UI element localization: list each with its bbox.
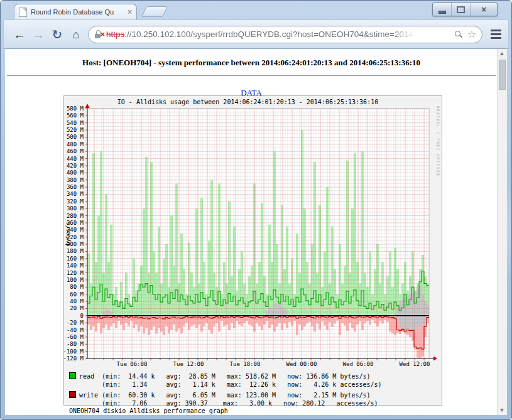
omnibox-icons: ☆ <box>454 30 476 40</box>
url-scheme: https <box>106 30 124 39</box>
minimize-icon <box>438 11 446 14</box>
reload-button[interactable]: ↻ <box>48 21 67 48</box>
maximize-button[interactable] <box>452 3 471 16</box>
svg-text:360 M: 360 M <box>67 184 84 190</box>
menu-bar <box>491 33 501 35</box>
svg-text:160 M: 160 M <box>67 256 84 262</box>
svg-text:440 M: 440 M <box>67 156 84 162</box>
browser-window: Round Robin Database Qu × × ← → ↻ ⌂ × ht… <box>0 0 512 420</box>
legend-row-read-bytes: read (min: 14.44 k avg: 28.85 M max: 518… <box>69 372 382 380</box>
svg-text:20 M: 20 M <box>70 305 84 311</box>
horizontal-rule <box>7 75 496 77</box>
svg-text:400 M: 400 M <box>67 170 84 176</box>
insecure-x-icon: × <box>100 30 105 38</box>
page-content: Host: [ONEOH704] - system performance be… <box>5 48 507 415</box>
svg-text:bytes/s: bytes/s <box>65 222 71 245</box>
svg-text:100 M: 100 M <box>67 277 84 283</box>
svg-text:-40 M: -40 M <box>67 327 84 333</box>
svg-text:460 M: 460 M <box>67 148 84 154</box>
graph-legend: read (min: 14.44 k avg: 28.85 M max: 518… <box>69 372 382 415</box>
vertical-scrollbar[interactable] <box>497 49 507 415</box>
read-swatch-icon <box>69 372 76 379</box>
svg-text:-20 M: -20 M <box>67 320 84 326</box>
svg-text:60 M: 60 M <box>70 291 84 298</box>
svg-text:80 M: 80 M <box>70 284 84 290</box>
svg-text:Tue 18:00: Tue 18:00 <box>230 361 261 367</box>
scroll-down-button[interactable] <box>498 406 507 415</box>
svg-text:280 M: 280 M <box>67 213 84 219</box>
chrome-menu-button[interactable] <box>487 28 504 40</box>
svg-text:580 M: 580 M <box>67 105 84 112</box>
svg-text:300 M: 300 M <box>67 205 84 212</box>
svg-text:520 M: 520 M <box>67 127 84 133</box>
browser-toolbar: ← → ↻ ⌂ × https ://10.250.102.100/sysper… <box>3 19 509 49</box>
svg-text:Wed 12:00: Wed 12:00 <box>400 361 430 367</box>
svg-text:-120 M: -120 M <box>64 355 84 362</box>
legend-row-read-accesses: (min: 1.34 avg: 1.14 k max: 12.26 k now:… <box>69 380 382 389</box>
io-graph-plot: -120 M-100 M-80 M-60 M-40 M-20 M020 M40 … <box>64 104 441 371</box>
tab-title: Round Robin Database Qu <box>31 8 125 16</box>
close-icon: × <box>481 5 486 14</box>
svg-text:40 M: 40 M <box>70 298 84 304</box>
svg-text:140 M: 140 M <box>67 262 84 269</box>
scroll-down-icon <box>500 409 504 412</box>
tab-close-icon[interactable]: × <box>128 8 132 16</box>
new-tab-button[interactable] <box>141 6 168 17</box>
maximize-icon <box>457 6 465 13</box>
scroll-up-icon <box>500 52 504 55</box>
svg-text:Wed 00:00: Wed 00:00 <box>286 361 317 367</box>
svg-text:0: 0 <box>80 313 84 319</box>
svg-text:Wed 06:00: Wed 06:00 <box>343 361 374 367</box>
browser-tab[interactable]: Round Robin Database Qu × <box>14 4 137 19</box>
scroll-up-button[interactable] <box>498 49 507 58</box>
minimize-button[interactable] <box>433 3 452 16</box>
home-button[interactable]: ⌂ <box>67 21 85 48</box>
url-text: ://10.250.102.100/sysperf/rrdbQUERYDB.cg… <box>124 30 415 39</box>
svg-text:180 M: 180 M <box>67 248 84 254</box>
graph-footer: ONEOH704 diskio Alldisks performance gra… <box>69 407 382 415</box>
svg-text:-60 M: -60 M <box>67 334 84 340</box>
bookmark-star-icon[interactable]: ☆ <box>467 30 476 40</box>
legend-row-write-accesses: (min: 7.06 avg: 390.37 max: 3.00 k now: … <box>69 399 382 407</box>
svg-text:420 M: 420 M <box>67 163 84 169</box>
menu-bar <box>491 30 501 31</box>
svg-text:-80 M: -80 M <box>67 341 84 347</box>
svg-text:340 M: 340 M <box>67 191 84 197</box>
page-favicon-icon <box>19 8 27 17</box>
window-controls: × <box>432 3 498 16</box>
zoom-magnifier-icon[interactable] <box>454 30 463 39</box>
svg-text:-100 M: -100 M <box>64 348 84 355</box>
svg-text:320 M: 320 M <box>67 198 84 205</box>
close-button[interactable]: × <box>471 3 497 16</box>
scrollbar-thumb[interactable] <box>499 60 506 90</box>
rrdtool-watermark: RRDTOOL / TOBI OETIKER <box>436 106 440 176</box>
svg-text:540 M: 540 M <box>67 120 84 126</box>
rrd-graph-panel: IO - Alldisks usage between 2014:06:24:0… <box>63 95 442 406</box>
svg-text:500 M: 500 M <box>67 134 84 140</box>
web-page: Host: [ONEOH704] - system performance be… <box>5 49 498 415</box>
svg-text:480 M: 480 M <box>67 141 84 148</box>
svg-text:380 M: 380 M <box>67 177 84 183</box>
svg-text:Tue 12:00: Tue 12:00 <box>173 361 204 367</box>
insecure-lock-icon[interactable]: × <box>94 30 104 39</box>
forward-button[interactable]: → <box>29 21 48 48</box>
back-button[interactable]: ← <box>10 21 29 48</box>
write-swatch-icon <box>69 391 76 398</box>
address-bar[interactable]: × https ://10.250.102.100/sysperf/rrdbQU… <box>88 26 482 43</box>
tab-strip: Round Robin Database Qu × × <box>1 1 511 19</box>
svg-text:Tue 06:00: Tue 06:00 <box>117 361 148 367</box>
host-header: Host: [ONEOH704] - system performance be… <box>5 58 498 68</box>
svg-text:120 M: 120 M <box>67 270 84 276</box>
menu-bar <box>491 37 501 39</box>
legend-row-write-bytes: write (min: 60.30 k avg: 6.05 M max: 123… <box>69 391 382 399</box>
svg-text:560 M: 560 M <box>67 112 84 119</box>
